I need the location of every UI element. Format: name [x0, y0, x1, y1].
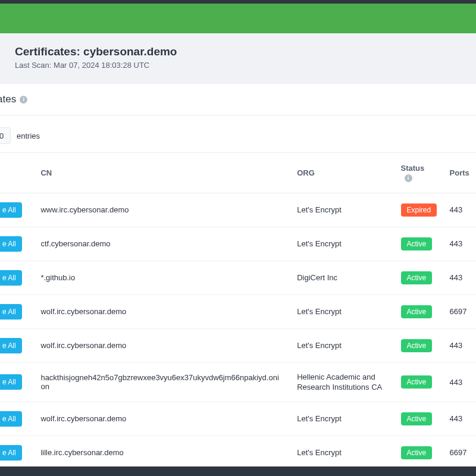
ports-cell: 443	[443, 362, 476, 402]
see-all-button[interactable]: e All	[0, 338, 22, 353]
title-prefix: Certificates:	[15, 45, 80, 58]
table-row: e Allctf.cybersonar.demoLet's EncryptAct…	[0, 227, 476, 261]
entries-label: entries	[17, 131, 40, 140]
info-icon[interactable]: i	[405, 174, 412, 182]
status-badge: Active	[401, 305, 433, 318]
see-all-button[interactable]: e All	[0, 411, 22, 427]
ports-cell: 443	[443, 402, 476, 436]
table-row: e All*.github.ioDigiCert IncActive443	[0, 261, 476, 295]
info-icon[interactable]: i	[20, 96, 27, 104]
last-scan-label: Last Scan:	[15, 61, 51, 70]
status-cell: Active	[394, 328, 443, 362]
last-scan: Last Scan: Mar 07, 2024 18:03:28 UTC	[15, 61, 461, 70]
see-all-button[interactable]: e All	[0, 270, 22, 286]
see-all-button[interactable]: e All	[0, 236, 22, 252]
status-cell: Active	[394, 362, 443, 402]
certificates-table: CN ORG Status i Ports e Allwww.irc.cyber…	[0, 152, 476, 476]
cn-cell: *.github.io	[33, 261, 290, 295]
column-header-ports[interactable]: Ports	[443, 153, 476, 193]
footer-dark-bar	[0, 466, 476, 476]
length-controls: 10 entries	[0, 115, 476, 152]
status-cell: Active	[394, 227, 443, 261]
green-banner	[0, 4, 476, 33]
title-value: cybersonar.demo	[83, 45, 177, 58]
ports-cell: 443	[443, 227, 476, 261]
column-header-status[interactable]: Status i	[394, 153, 443, 193]
ports-cell: 6697	[443, 436, 476, 469]
page-header: Certificates: cybersonar.demo Last Scan:…	[0, 33, 476, 84]
table-row: e Allwww.irc.cybersonar.demoLet's Encryp…	[0, 193, 476, 227]
see-all-button[interactable]: e All	[0, 304, 22, 320]
cn-cell: ctf.cybersonar.demo	[33, 227, 290, 261]
table-row: e Alllille.irc.cybersonar.demoLet's Encr…	[0, 436, 476, 469]
org-cell: Let's Encrypt	[290, 402, 393, 436]
status-header-label: Status	[401, 164, 425, 173]
org-cell: Hellenic Academic and Research Instituti…	[290, 362, 393, 402]
column-header-action	[0, 153, 33, 193]
section-bar: ficates i	[0, 84, 476, 115]
org-cell: Let's Encrypt	[290, 193, 393, 227]
status-cell: Active	[394, 295, 443, 328]
status-badge: Active	[401, 412, 433, 425]
last-scan-value: Mar 07, 2024 18:03:28 UTC	[54, 61, 149, 70]
org-cell: Let's Encrypt	[290, 436, 393, 469]
table-row: e Allwolf.irc.cybersonar.demoLet's Encry…	[0, 295, 476, 328]
cn-cell: wolf.irc.cybersonar.demo	[33, 402, 290, 436]
ports-cell: 443	[443, 328, 476, 362]
table-row: e Allwolf.irc.cybersonar.demoLet's Encry…	[0, 328, 476, 362]
status-badge: Active	[401, 446, 433, 459]
org-cell: Let's Encrypt	[290, 295, 393, 328]
status-badge: Active	[401, 375, 433, 389]
org-cell: Let's Encrypt	[290, 227, 393, 261]
org-cell: DigiCert Inc	[290, 261, 393, 295]
section-title: ficates	[0, 93, 16, 105]
status-cell: Active	[394, 402, 443, 436]
column-header-cn[interactable]: CN	[33, 153, 290, 193]
status-cell: Active	[394, 261, 443, 295]
cn-cell: wolf.irc.cybersonar.demo	[33, 295, 290, 328]
table-header-row: CN ORG Status i Ports	[0, 153, 476, 193]
ports-cell: 443	[443, 261, 476, 295]
status-badge: Active	[401, 271, 433, 284]
page-title: Certificates: cybersonar.demo	[15, 45, 461, 58]
cn-cell: lille.irc.cybersonar.demo	[33, 436, 290, 469]
ports-cell: 443	[443, 193, 476, 227]
status-badge: Active	[401, 237, 433, 250]
see-all-button[interactable]: e All	[0, 445, 22, 461]
org-cell: Let's Encrypt	[290, 328, 393, 362]
table-row: e Allhackthisjogneh42n5o7gbzrewxee3vyu6e…	[0, 362, 476, 402]
table-row: e Allwolf.irc.cybersonar.demoLet's Encry…	[0, 402, 476, 436]
cn-cell: www.irc.cybersonar.demo	[33, 193, 290, 227]
see-all-button[interactable]: e All	[0, 202, 22, 218]
ports-cell: 6697	[443, 295, 476, 328]
page-length-select[interactable]: 10	[0, 127, 11, 144]
status-cell: Active	[394, 436, 443, 469]
status-badge: Active	[401, 339, 433, 352]
column-header-org[interactable]: ORG	[290, 153, 393, 193]
cn-cell: hackthisjogneh42n5o7gbzrewxee3vyu6ex37uk…	[33, 362, 290, 402]
status-cell: Expired	[394, 193, 443, 227]
status-badge: Expired	[401, 203, 437, 217]
see-all-button[interactable]: e All	[0, 374, 22, 390]
cn-cell: wolf.irc.cybersonar.demo	[33, 328, 290, 362]
